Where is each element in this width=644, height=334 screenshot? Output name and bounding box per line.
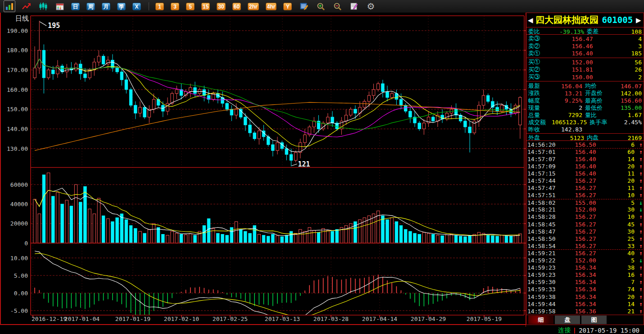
status-datetime: 2017-05-19 15:00 [579, 327, 639, 334]
svg-text:2016-12-19: 2016-12-19 [32, 316, 67, 322]
toolbar-separator [149, 2, 149, 10]
tick-row: 14:57:44156.2720↑ [527, 177, 643, 184]
svg-text:2017-04-14: 2017-04-14 [362, 316, 397, 322]
svg-text:160.00: 160.00 [7, 86, 28, 93]
tick-row: 14:59:58156.3621↑ [527, 307, 643, 315]
tab-细[interactable]: 细 [528, 316, 553, 324]
svg-text:2017-01-19: 2017-01-19 [115, 316, 150, 322]
up-arrow-icon: ↑ [635, 163, 643, 170]
svg-text:2017-02-10: 2017-02-10 [164, 316, 199, 322]
period-button-月[interactable]: 月 [102, 3, 110, 10]
tick-row: 14:57:09156.4020↑ [527, 162, 643, 170]
period-button-5[interactable]: 5 [186, 3, 195, 10]
price-volume-macd-chart: 190.00180.00170.00160.00150.00140.00130.… [0, 13, 526, 327]
svg-text:0.00: 0.00 [14, 290, 28, 297]
detail-row: 昨收142.83 [528, 126, 642, 133]
bid-row: 买①152.0056 [528, 59, 642, 66]
down-arrow-icon: ↓ [635, 257, 643, 264]
tick-row: 14:58:54156.2733↑ [527, 242, 643, 249]
status-bar: 连接 2017-05-19 15:00 [0, 327, 644, 334]
zoom-out-icon[interactable] [332, 1, 343, 12]
up-arrow-icon: ↑ [635, 149, 643, 155]
tick-row: 14:58:47156.2730↑ [527, 228, 643, 235]
detail-row: 总量7292量比1.67 [528, 111, 642, 118]
calculator-icon[interactable] [299, 1, 309, 12]
up-arrow-icon: ↑ [635, 185, 643, 191]
period-button-3[interactable]: 3 [171, 3, 179, 10]
tick-row: 14:58:28156.2710↑ [527, 213, 643, 221]
up-arrow-icon: ↑ [635, 192, 643, 199]
settings-gear-icon[interactable]: ⚙ [365, 1, 376, 12]
up-arrow-icon: ↑ [635, 279, 643, 285]
tick-row: 14:58:02155.005↓ [527, 199, 643, 206]
kline-chart-area[interactable]: 190.00180.00170.00160.00150.00140.00130.… [0, 13, 526, 327]
stock-title-bar: ◀ 四大园林拙政园 601005 ▶ [526, 13, 644, 27]
period-buttons-daily-group: 日周月季X [71, 3, 148, 10]
ask-row: 卖①156.40185 [528, 50, 642, 57]
chart-period-label: 日线 [15, 14, 29, 23]
up-arrow-icon: ↑ [635, 235, 643, 242]
grid: 190.00180.00170.00160.00150.00140.00130.… [7, 16, 524, 322]
tick-row: 14:59:30156.347↑ [527, 279, 643, 286]
bar-chart-style-icon[interactable] [4, 0, 15, 12]
up-arrow-icon: ↑ [635, 250, 643, 257]
stock-code: 601005 [602, 15, 633, 25]
up-arrow-icon: ↑ [635, 141, 643, 148]
ask-row: 卖②156.463 [528, 42, 642, 50]
tick-row: 14:59:38156.3420↑ [527, 293, 643, 300]
svg-text:5.00: 5.00 [14, 272, 28, 279]
up-arrow-icon: ↑ [635, 271, 643, 278]
period-button-15[interactable]: 15 [201, 3, 210, 10]
period-button-4hr[interactable]: 4hr [266, 3, 277, 10]
period-button-30[interactable]: 30 [217, 3, 225, 10]
tick-row: 14:57:51156.2710↑ [527, 192, 643, 199]
svg-text:2017-01-04: 2017-01-04 [64, 316, 100, 322]
detail-row: 幅度9.25%最高价156.60 [528, 97, 642, 104]
up-arrow-icon: ↑ [635, 170, 643, 177]
period-button-日[interactable]: 日 [71, 3, 80, 10]
bid-queue: 买①152.0056买②151.8126买③150.002 [526, 58, 644, 81]
weibi-value: -39.13% [546, 28, 584, 35]
bid-row: 买③150.002 [528, 73, 642, 81]
next-stock-arrow[interactable]: ▶ [636, 16, 642, 24]
period-button-1[interactable]: 1 [155, 3, 164, 10]
tick-row: 14:56:20156.506↑ [527, 141, 643, 148]
detail-row: 成交额1065123.75换手率2.45% [528, 118, 642, 126]
line-chart-icon[interactable] [21, 1, 32, 12]
macd-histogram [35, 275, 520, 318]
svg-text:130.00: 130.00 [7, 145, 28, 152]
svg-text:2017-04-29: 2017-04-29 [411, 316, 446, 322]
tick-row: 14:59:22152.005↓ [527, 257, 643, 264]
weicha-value: 108 [604, 28, 642, 35]
toolbar: 日周月季X 1351530602hr4hrY ⚙ [0, 0, 644, 13]
period-button-周[interactable]: 周 [86, 3, 95, 10]
period-button-X[interactable]: X [132, 3, 141, 10]
up-arrow-icon: ↑ [635, 228, 643, 235]
period-button-季[interactable]: 季 [117, 3, 126, 10]
candles-and-volume [33, 21, 522, 243]
tab-图[interactable]: 图 [581, 316, 607, 324]
candlestick-icon[interactable] [38, 1, 49, 12]
ask-queue: 卖③156.474卖②156.463卖①156.40185 [526, 34, 644, 58]
inner-lot-label: 内盘 [584, 134, 604, 142]
tick-list[interactable]: 14:56:20156.506↑14:57:01156.4060↑14:57:0… [526, 140, 644, 315]
tick-row: 14:59:33156.3474↑ [527, 286, 643, 293]
inner-lot-value: 2169 [604, 135, 642, 141]
up-arrow-icon: ↑ [635, 156, 643, 162]
period-button-Y[interactable]: Y [283, 3, 292, 10]
up-arrow-icon: ↑ [635, 264, 643, 271]
svg-text:2017-02-25: 2017-02-25 [213, 316, 248, 322]
svg-text:180.00: 180.00 [7, 47, 28, 54]
svg-text:40000: 40000 [10, 201, 28, 208]
svg-text:150.00: 150.00 [7, 106, 28, 113]
tab-盘[interactable]: 盘 [555, 316, 580, 324]
prev-stock-arrow[interactable]: ◀ [528, 16, 534, 24]
svg-text:0: 0 [24, 240, 28, 247]
period-button-2hr[interactable]: 2hr [248, 3, 259, 10]
period-button-60[interactable]: 60 [232, 3, 241, 10]
zoom-in-icon[interactable] [315, 1, 326, 12]
left-edge-border [0, 13, 1, 325]
notepad-icon[interactable] [349, 1, 359, 12]
svg-text:190.00: 190.00 [7, 27, 28, 34]
calendar-icon[interactable] [54, 1, 65, 12]
